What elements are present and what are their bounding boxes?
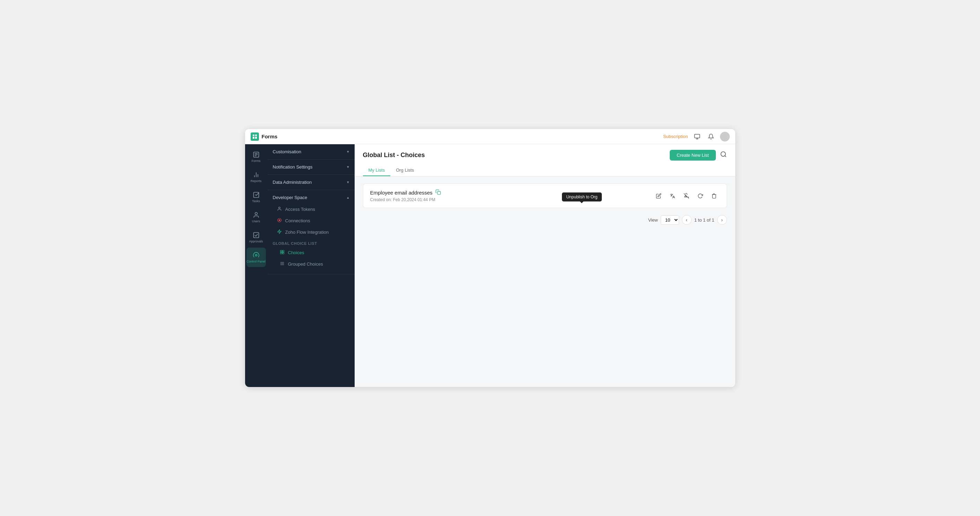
svg-point-20	[279, 220, 280, 221]
svg-point-15	[255, 212, 257, 215]
pagination-view-label: View	[648, 217, 658, 223]
list-card-date: Created on: Feb 20,2024 01:44 PM	[370, 197, 650, 202]
svg-rect-2	[253, 137, 255, 139]
subscription-link[interactable]: Subscription	[663, 134, 688, 139]
sidebar-section-developer[interactable]: Developer Space ▴	[267, 191, 355, 204]
monitor-icon-btn[interactable]	[692, 132, 702, 142]
sidebar-item-choices[interactable]: Choices	[267, 247, 355, 258]
divider-bottom	[267, 274, 355, 274]
edit-button[interactable]	[653, 190, 664, 201]
access-tokens-icon	[277, 206, 282, 212]
sidebar-item-access-tokens[interactable]: Access Tokens	[267, 204, 355, 215]
svg-point-17	[255, 254, 257, 256]
sidebar-item-control-panel[interactable]: Control Panel	[247, 248, 266, 267]
sidebar-section-data-admin[interactable]: Data Administration ▾	[267, 176, 355, 188]
sidebar-item-grouped-choices[interactable]: Grouped Choices	[267, 258, 355, 270]
pagination-info: 1 to 1 of 1	[694, 217, 714, 223]
translate-button[interactable]	[667, 190, 678, 201]
data-admin-chevron: ▾	[347, 180, 349, 185]
topbar: Forms Subscription	[245, 129, 735, 144]
unpublish-tooltip: Unpublish to Org	[562, 193, 601, 201]
sidebar-item-users[interactable]: Users	[247, 207, 266, 227]
content-tabs: My Lists Org Lists	[363, 165, 727, 176]
svg-rect-3	[255, 137, 257, 139]
svg-rect-25	[282, 252, 284, 254]
developer-chevron: ▴	[347, 195, 349, 200]
copy-icon[interactable]	[435, 190, 441, 196]
svg-line-32	[684, 193, 689, 198]
grouped-choices-icon	[280, 261, 285, 267]
access-tokens-label: Access Tokens	[285, 207, 315, 212]
divider-1	[267, 159, 355, 159]
app-logo: Forms	[251, 132, 278, 141]
data-admin-label: Data Administration	[273, 180, 312, 185]
search-icon	[720, 151, 727, 158]
forms-nav-label: Forms	[252, 159, 261, 162]
content-header: Global List - Choices Create New List My…	[355, 144, 735, 177]
unpublish-icon	[684, 193, 689, 199]
sidebar-item-tasks[interactable]: Tasks	[247, 187, 266, 207]
control-panel-nav-label: Control Panel	[247, 260, 266, 263]
grouped-choices-label: Grouped Choices	[288, 261, 323, 267]
pagination-prev-button[interactable]: ‹	[682, 215, 692, 225]
list-item: Employee email addresses Created on: Feb…	[363, 183, 727, 208]
notification-chevron: ▾	[347, 165, 349, 169]
developer-label: Developer Space	[273, 195, 307, 200]
notification-label: Notification Settings	[273, 164, 313, 170]
reports-icon	[253, 171, 259, 178]
search-button[interactable]	[720, 151, 727, 159]
svg-rect-23	[282, 250, 284, 252]
users-nav-label: Users	[252, 220, 260, 223]
tasks-nav-label: Tasks	[252, 199, 260, 203]
svg-rect-22	[280, 250, 282, 252]
create-new-list-button[interactable]: Create New List	[670, 150, 716, 161]
tab-my-lists[interactable]: My Lists	[363, 165, 391, 176]
unpublish-button[interactable]	[681, 190, 692, 201]
page-title: Global List - Choices	[363, 151, 425, 159]
svg-line-30	[724, 156, 726, 157]
sidebar-item-approvals[interactable]: Approvals	[247, 228, 266, 247]
svg-rect-0	[253, 135, 255, 136]
customisation-label: Customisation	[273, 149, 301, 154]
svg-rect-31	[438, 191, 441, 194]
app-title: Forms	[262, 134, 278, 139]
tab-org-lists[interactable]: Org Lists	[390, 165, 420, 176]
zoho-flow-icon	[277, 229, 282, 235]
choices-icon	[280, 250, 285, 256]
pagination-next-button[interactable]: ›	[717, 215, 727, 225]
list-name-text: Employee email addresses	[370, 190, 433, 196]
list-card-info: Employee email addresses Created on: Feb…	[370, 190, 650, 202]
choices-label: Choices	[288, 250, 304, 255]
sidebar-section-notification[interactable]: Notification Settings ▾	[267, 161, 355, 173]
control-panel-icon	[253, 252, 259, 259]
content-body: Employee email addresses Created on: Feb…	[355, 177, 735, 387]
svg-marker-21	[277, 229, 281, 234]
sidebar-section-customisation[interactable]: Customisation ▾	[267, 146, 355, 158]
edit-icon	[656, 193, 662, 199]
bell-icon	[708, 134, 714, 140]
pagination-per-page-select[interactable]: 10 20 50	[661, 215, 679, 225]
divider-3	[267, 190, 355, 190]
reports-nav-label: Reports	[251, 179, 262, 183]
svg-rect-4	[694, 134, 700, 138]
sidebar-item-forms[interactable]: Forms	[247, 147, 266, 166]
approvals-icon	[253, 232, 259, 239]
main-layout: Forms Reports Tasks Users Approvals Cont…	[245, 144, 735, 387]
svg-rect-16	[253, 233, 259, 237]
sidebar-item-reports[interactable]: Reports	[247, 167, 266, 186]
sidebar-item-connections[interactable]: Connections	[267, 215, 355, 226]
topbar-actions: Subscription	[663, 132, 730, 142]
bell-icon-btn[interactable]	[706, 132, 716, 142]
sidebar: Customisation ▾ Notification Settings ▾ …	[267, 144, 355, 387]
svg-point-18	[278, 207, 280, 209]
delete-button[interactable]	[709, 190, 720, 201]
list-card-actions: Unpublish to Org	[650, 190, 720, 201]
approvals-nav-label: Approvals	[249, 240, 263, 243]
svg-rect-24	[280, 252, 282, 254]
user-avatar[interactable]	[720, 132, 730, 142]
sidebar-item-zoho-flow[interactable]: Zoho Flow Integration	[267, 226, 355, 238]
refresh-button[interactable]	[695, 190, 706, 201]
content-area: Global List - Choices Create New List My…	[355, 144, 735, 387]
translate-icon	[670, 193, 675, 199]
delete-icon	[711, 193, 717, 199]
